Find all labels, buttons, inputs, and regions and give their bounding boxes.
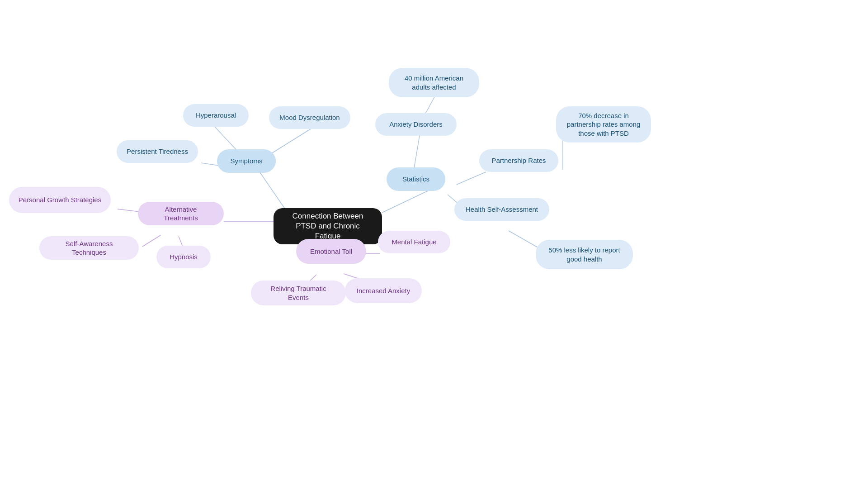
symptoms-label: Symptoms xyxy=(231,157,263,166)
partnership-rates-node[interactable]: Partnership Rates xyxy=(479,149,558,172)
forty-million-node[interactable]: 40 million American adults affected xyxy=(389,68,479,97)
center-label: Connection Between PTSD and Chronic Fati… xyxy=(283,211,373,241)
fifty-percent-node[interactable]: 50% less likely to report good health xyxy=(536,240,633,269)
svg-line-0 xyxy=(260,172,285,209)
alternative-treatments-label: Alternative Treatments xyxy=(147,205,215,223)
reliving-traumatic-events-node[interactable]: Reliving Traumatic Events xyxy=(251,281,346,305)
self-awareness-node[interactable]: Self-Awareness Techniques xyxy=(39,236,139,260)
hyperarousal-node[interactable]: Hyperarousal xyxy=(183,104,249,127)
persistent-tiredness-node[interactable]: Persistent Tiredness xyxy=(117,140,198,163)
personal-growth-label: Personal Growth Strategies xyxy=(19,195,101,205)
mood-dysregulation-label: Mood Dysregulation xyxy=(279,113,340,122)
forty-million-label: 40 million American adults affected xyxy=(398,74,470,91)
svg-line-10 xyxy=(509,231,540,249)
fifty-percent-label: 50% less likely to report good health xyxy=(545,246,624,263)
emotional-toll-node[interactable]: Emotional Toll xyxy=(296,239,366,264)
persistent-tiredness-label: Persistent Tiredness xyxy=(127,147,188,156)
mood-dysregulation-node[interactable]: Mood Dysregulation xyxy=(269,106,350,129)
mental-fatigue-label: Mental Fatigue xyxy=(392,238,436,247)
hypnosis-label: Hypnosis xyxy=(170,252,198,262)
health-self-assessment-label: Health Self-Assessment xyxy=(466,205,538,214)
hyperarousal-label: Hyperarousal xyxy=(196,111,236,120)
svg-line-4 xyxy=(382,190,429,213)
seventy-percent-node[interactable]: 70% decrease in partnership rates among … xyxy=(556,106,651,143)
reliving-label: Reliving Traumatic Events xyxy=(260,284,337,302)
svg-line-17 xyxy=(142,235,160,247)
mental-fatigue-node[interactable]: Mental Fatigue xyxy=(378,231,450,253)
increased-anxiety-label: Increased Anxiety xyxy=(357,286,410,295)
partnership-rates-label: Partnership Rates xyxy=(491,156,546,165)
personal-growth-node[interactable]: Personal Growth Strategies xyxy=(9,187,111,213)
anxiety-disorders-node[interactable]: Anxiety Disorders xyxy=(375,113,457,136)
svg-line-6 xyxy=(457,172,486,185)
statistics-label: Statistics xyxy=(402,175,429,184)
alternative-treatments-node[interactable]: Alternative Treatments xyxy=(138,202,224,225)
symptoms-node[interactable]: Symptoms xyxy=(217,149,276,173)
statistics-node[interactable]: Statistics xyxy=(387,167,445,191)
increased-anxiety-node[interactable]: Increased Anxiety xyxy=(345,278,422,303)
hypnosis-node[interactable]: Hypnosis xyxy=(156,246,211,268)
health-self-assessment-node[interactable]: Health Self-Assessment xyxy=(454,198,549,221)
emotional-toll-label: Emotional Toll xyxy=(310,247,352,256)
self-awareness-label: Self-Awareness Techniques xyxy=(48,239,130,257)
seventy-percent-label: 70% decrease in partnership rates among … xyxy=(565,111,642,138)
anxiety-disorders-label: Anxiety Disorders xyxy=(389,120,443,129)
